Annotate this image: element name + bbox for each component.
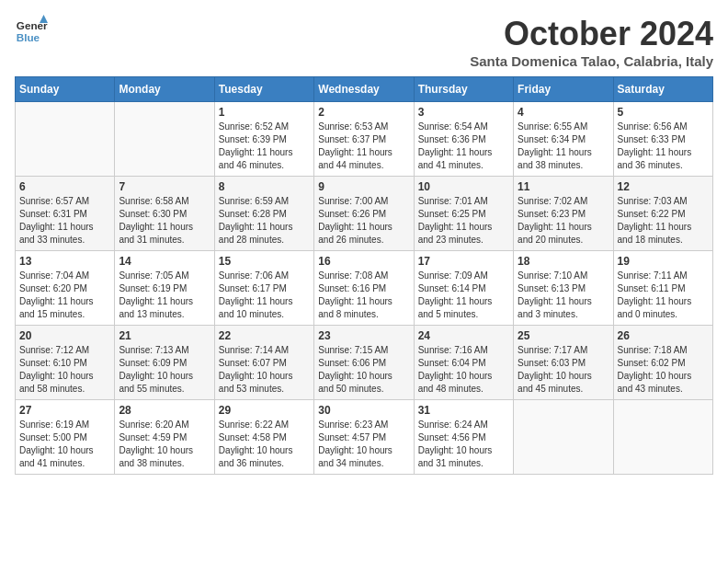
- calendar-cell: 19Sunrise: 7:11 AM Sunset: 6:11 PM Dayli…: [613, 251, 712, 326]
- day-number: 31: [418, 404, 509, 417]
- calendar-cell: [115, 102, 214, 177]
- day-detail: Sunrise: 7:17 AM Sunset: 6:03 PM Dayligh…: [518, 344, 609, 396]
- calendar-cell: 18Sunrise: 7:10 AM Sunset: 6:13 PM Dayli…: [514, 251, 613, 326]
- calendar-cell: 10Sunrise: 7:01 AM Sunset: 6:25 PM Dayli…: [414, 177, 513, 251]
- calendar-cell: 16Sunrise: 7:08 AM Sunset: 6:16 PM Dayli…: [314, 251, 414, 326]
- day-detail: Sunrise: 6:54 AM Sunset: 6:36 PM Dayligh…: [418, 121, 509, 172]
- day-of-week-header: Thursday: [414, 77, 513, 102]
- calendar-cell: 25Sunrise: 7:17 AM Sunset: 6:03 PM Dayli…: [514, 326, 613, 400]
- calendar-cell: 6Sunrise: 6:57 AM Sunset: 6:31 PM Daylig…: [16, 177, 115, 251]
- day-detail: Sunrise: 6:23 AM Sunset: 4:57 PM Dayligh…: [318, 419, 409, 470]
- day-detail: Sunrise: 7:10 AM Sunset: 6:13 PM Dayligh…: [518, 270, 609, 321]
- month-title: October 2024: [470, 15, 713, 53]
- day-number: 25: [518, 329, 609, 342]
- calendar-cell: 31Sunrise: 6:24 AM Sunset: 4:56 PM Dayli…: [414, 400, 513, 475]
- calendar-header-row: SundayMondayTuesdayWednesdayThursdayFrid…: [16, 77, 713, 102]
- day-detail: Sunrise: 6:56 AM Sunset: 6:33 PM Dayligh…: [618, 121, 709, 172]
- day-of-week-header: Saturday: [613, 77, 712, 102]
- logo-icon: General Blue: [15, 15, 48, 48]
- day-number: 3: [418, 106, 509, 119]
- day-number: 12: [618, 180, 709, 193]
- calendar-cell: 28Sunrise: 6:20 AM Sunset: 4:59 PM Dayli…: [115, 400, 214, 475]
- day-detail: Sunrise: 7:12 AM Sunset: 6:10 PM Dayligh…: [19, 344, 110, 396]
- day-number: 20: [19, 329, 110, 342]
- day-number: 1: [219, 106, 310, 119]
- day-detail: Sunrise: 7:18 AM Sunset: 6:02 PM Dayligh…: [618, 344, 709, 396]
- calendar-cell: 17Sunrise: 7:09 AM Sunset: 6:14 PM Dayli…: [414, 251, 513, 326]
- day-detail: Sunrise: 6:55 AM Sunset: 6:34 PM Dayligh…: [518, 121, 609, 172]
- day-detail: Sunrise: 7:14 AM Sunset: 6:07 PM Dayligh…: [219, 344, 310, 396]
- calendar-cell: 8Sunrise: 6:59 AM Sunset: 6:28 PM Daylig…: [214, 177, 313, 251]
- calendar-cell: 12Sunrise: 7:03 AM Sunset: 6:22 PM Dayli…: [613, 177, 712, 251]
- day-number: 23: [318, 329, 409, 342]
- day-number: 18: [518, 255, 609, 268]
- day-detail: Sunrise: 6:19 AM Sunset: 5:00 PM Dayligh…: [19, 419, 110, 470]
- day-number: 30: [318, 404, 409, 417]
- day-detail: Sunrise: 7:04 AM Sunset: 6:20 PM Dayligh…: [19, 270, 110, 321]
- day-number: 2: [318, 106, 409, 119]
- day-number: 9: [318, 180, 409, 193]
- day-of-week-header: Monday: [115, 77, 214, 102]
- day-detail: Sunrise: 7:13 AM Sunset: 6:09 PM Dayligh…: [119, 344, 210, 396]
- calendar-cell: 2Sunrise: 6:53 AM Sunset: 6:37 PM Daylig…: [314, 102, 414, 177]
- calendar-cell: 20Sunrise: 7:12 AM Sunset: 6:10 PM Dayli…: [16, 326, 115, 400]
- calendar-cell: 11Sunrise: 7:02 AM Sunset: 6:23 PM Dayli…: [514, 177, 613, 251]
- calendar-cell: 21Sunrise: 7:13 AM Sunset: 6:09 PM Dayli…: [115, 326, 214, 400]
- calendar-cell: 30Sunrise: 6:23 AM Sunset: 4:57 PM Dayli…: [314, 400, 414, 475]
- day-of-week-header: Friday: [514, 77, 613, 102]
- calendar-cell: 5Sunrise: 6:56 AM Sunset: 6:33 PM Daylig…: [613, 102, 712, 177]
- calendar-week-row: 1Sunrise: 6:52 AM Sunset: 6:39 PM Daylig…: [16, 102, 713, 177]
- logo: General Blue: [15, 15, 48, 48]
- day-detail: Sunrise: 6:57 AM Sunset: 6:31 PM Dayligh…: [19, 195, 110, 247]
- day-detail: Sunrise: 7:08 AM Sunset: 6:16 PM Dayligh…: [318, 270, 409, 321]
- calendar-week-row: 6Sunrise: 6:57 AM Sunset: 6:31 PM Daylig…: [16, 177, 713, 251]
- calendar-cell: 4Sunrise: 6:55 AM Sunset: 6:34 PM Daylig…: [514, 102, 613, 177]
- calendar-cell: 15Sunrise: 7:06 AM Sunset: 6:17 PM Dayli…: [214, 251, 313, 326]
- calendar-cell: 9Sunrise: 7:00 AM Sunset: 6:26 PM Daylig…: [314, 177, 414, 251]
- day-detail: Sunrise: 6:22 AM Sunset: 4:58 PM Dayligh…: [219, 419, 310, 470]
- day-detail: Sunrise: 6:58 AM Sunset: 6:30 PM Dayligh…: [119, 195, 210, 247]
- day-detail: Sunrise: 6:59 AM Sunset: 6:28 PM Dayligh…: [219, 195, 310, 247]
- calendar-cell: 22Sunrise: 7:14 AM Sunset: 6:07 PM Dayli…: [214, 326, 313, 400]
- calendar-cell: 3Sunrise: 6:54 AM Sunset: 6:36 PM Daylig…: [414, 102, 513, 177]
- day-number: 26: [618, 329, 709, 342]
- svg-text:Blue: Blue: [17, 31, 40, 43]
- day-number: 10: [418, 180, 509, 193]
- day-detail: Sunrise: 7:09 AM Sunset: 6:14 PM Dayligh…: [418, 270, 509, 321]
- calendar-cell: [514, 400, 613, 475]
- day-number: 4: [518, 106, 609, 119]
- calendar-cell: 23Sunrise: 7:15 AM Sunset: 6:06 PM Dayli…: [314, 326, 414, 400]
- day-number: 13: [19, 255, 110, 268]
- day-number: 24: [418, 329, 509, 342]
- day-detail: Sunrise: 7:01 AM Sunset: 6:25 PM Dayligh…: [418, 195, 509, 247]
- calendar-cell: 13Sunrise: 7:04 AM Sunset: 6:20 PM Dayli…: [16, 251, 115, 326]
- day-number: 15: [219, 255, 310, 268]
- day-detail: Sunrise: 6:20 AM Sunset: 4:59 PM Dayligh…: [119, 419, 210, 470]
- calendar-week-row: 20Sunrise: 7:12 AM Sunset: 6:10 PM Dayli…: [16, 326, 713, 400]
- calendar-cell: [613, 400, 712, 475]
- day-number: 8: [219, 180, 310, 193]
- calendar-body: 1Sunrise: 6:52 AM Sunset: 6:39 PM Daylig…: [16, 102, 713, 475]
- day-of-week-header: Sunday: [16, 77, 115, 102]
- day-number: 28: [119, 404, 210, 417]
- calendar-cell: [16, 102, 115, 177]
- day-number: 6: [19, 180, 110, 193]
- calendar-cell: 24Sunrise: 7:16 AM Sunset: 6:04 PM Dayli…: [414, 326, 513, 400]
- calendar-cell: 29Sunrise: 6:22 AM Sunset: 4:58 PM Dayli…: [214, 400, 313, 475]
- calendar-cell: 7Sunrise: 6:58 AM Sunset: 6:30 PM Daylig…: [115, 177, 214, 251]
- day-number: 27: [19, 404, 110, 417]
- day-number: 16: [318, 255, 409, 268]
- day-of-week-header: Tuesday: [214, 77, 313, 102]
- calendar-cell: 1Sunrise: 6:52 AM Sunset: 6:39 PM Daylig…: [214, 102, 313, 177]
- day-detail: Sunrise: 7:06 AM Sunset: 6:17 PM Dayligh…: [219, 270, 310, 321]
- day-detail: Sunrise: 7:02 AM Sunset: 6:23 PM Dayligh…: [518, 195, 609, 247]
- day-detail: Sunrise: 6:53 AM Sunset: 6:37 PM Dayligh…: [318, 121, 409, 172]
- page-header: General Blue October 2024 Santa Domenica…: [15, 15, 713, 69]
- day-number: 29: [219, 404, 310, 417]
- day-detail: Sunrise: 7:00 AM Sunset: 6:26 PM Dayligh…: [318, 195, 409, 247]
- day-number: 17: [418, 255, 509, 268]
- day-number: 5: [618, 106, 709, 119]
- calendar-week-row: 13Sunrise: 7:04 AM Sunset: 6:20 PM Dayli…: [16, 251, 713, 326]
- day-detail: Sunrise: 7:16 AM Sunset: 6:04 PM Dayligh…: [418, 344, 509, 396]
- day-number: 21: [119, 329, 210, 342]
